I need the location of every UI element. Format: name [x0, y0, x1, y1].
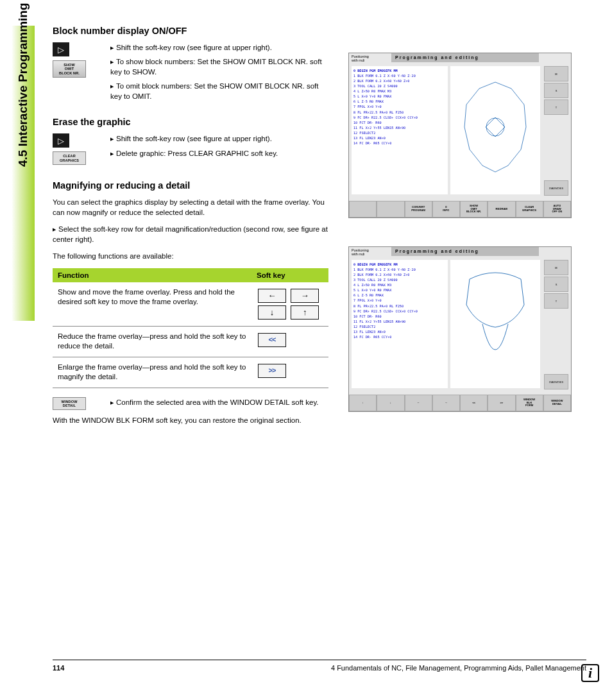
nc-program-listing: 0 BEGIN PGM EMOSEFK MM1 BLK FORM 0.1 Z X… [352, 66, 448, 194]
softkey-move-up[interactable]: ↑ [291, 305, 319, 320]
softkey-move-left[interactable]: ← [258, 289, 286, 303]
softkey-button[interactable]: ↓ [377, 395, 404, 411]
page-footer: 114 4 Fundamentals of NC, File Managemen… [53, 660, 586, 672]
toolpath-graphic [450, 66, 540, 194]
softkey-enlarge[interactable]: >> [258, 364, 286, 378]
section-side-label: 4.5 Interactive Programming Graphics [16, 0, 30, 167]
side-btn-diagnosis[interactable]: DIAGNOSIS [544, 180, 568, 196]
chapter-title: 4 Fundamentals of NC, File Management, P… [331, 664, 586, 672]
softkey-button[interactable]: CONVERT PROGRAM [405, 201, 432, 218]
screenshot-column: Positioning with mdi Programming and edi… [348, 53, 572, 440]
softkey-button[interactable] [377, 201, 404, 218]
shift-right-hardkey[interactable]: ▷ [53, 42, 69, 56]
softkey-button[interactable]: WINDOW DETAIL [543, 395, 571, 411]
screen-side-buttons: M S T DIAGNOSIS [544, 260, 570, 391]
toolpath-graphic-zoomed [450, 260, 540, 388]
table-cell: Reduce the frame overlay—press and hold … [53, 326, 251, 357]
softkey-button[interactable]: 0 INFO [432, 201, 460, 218]
softkey-button[interactable]: REDRAW [488, 201, 515, 218]
softkey-reduce[interactable]: << [258, 333, 286, 347]
heading-block-number: Block number display ON/OFF [53, 26, 328, 36]
table-header-softkey: Soft key [251, 268, 328, 282]
screen-title: Programming and editing [391, 247, 539, 256]
instruction-text: Shift the soft-key row (see figure at up… [110, 133, 328, 144]
function-table: Function Soft key Show and move the fram… [53, 268, 328, 388]
instruction-text: Select the soft-key row for detail magni… [53, 224, 328, 244]
softkey-button[interactable]: << [460, 395, 488, 411]
softkey-button[interactable]: SHOW OMIT BLOCK NR. [460, 201, 488, 218]
softkey-button[interactable]: → [432, 395, 460, 411]
heading-magnify-reduce: Magnifying or reducing a detail [53, 180, 328, 191]
paragraph: You can select the graphics display by s… [53, 197, 328, 218]
screen-side-buttons: M S T DIAGNOSIS [544, 66, 570, 197]
instruction-text: To omit block numbers: Set the SHOW OMIT… [110, 81, 328, 101]
main-content: Block number display ON/OFF ▷ SHOW OMIT … [53, 26, 328, 432]
page-number: 114 [53, 664, 64, 672]
side-btn-s[interactable]: S [544, 277, 568, 292]
side-btn-m[interactable]: M [544, 66, 568, 81]
table-cell: Show and move the frame overlay. Press a… [53, 282, 251, 327]
softkey-row: CONVERT PROGRAM0 INFOSHOW OMIT BLOCK NR.… [349, 201, 571, 218]
softkey-window-detail[interactable]: WINDOW DETAIL [53, 397, 86, 411]
cnc-screen-1: Positioning with mdi Programming and edi… [348, 53, 572, 218]
instruction-text: Confirm the selected area with the WINDO… [110, 397, 328, 407]
softkey-button[interactable]: >> [488, 395, 515, 411]
screen-title: Programming and editing [391, 53, 539, 62]
side-btn-diagnosis[interactable]: DIAGNOSIS [544, 374, 568, 389]
info-icon: i [581, 664, 599, 682]
side-btn-m[interactable]: M [544, 260, 568, 275]
softkey-button[interactable]: ← [405, 395, 432, 411]
instruction-text: To show block numbers: Set the SHOW OMIT… [110, 56, 328, 77]
softkey-show-omit-block-nr[interactable]: SHOW OMIT BLOCK NR. [53, 60, 86, 78]
softkey-button[interactable]: WINDOW BLK FORM [516, 395, 543, 411]
softkey-clear-graphics[interactable]: CLEAR GRAPHICS [53, 151, 86, 165]
svg-point-1 [486, 118, 504, 136]
nc-program-listing: 0 BEGIN PGM EMOSEFK MM1 BLK FORM 0.1 Z X… [352, 260, 448, 388]
softkey-button[interactable]: ↑ [349, 395, 377, 411]
softkey-move-right[interactable]: → [291, 289, 319, 303]
table-header-function: Function [53, 268, 251, 282]
softkey-row: ↑↓←→<<>>WINDOW BLK FORMWINDOW DETAIL [349, 395, 571, 411]
instruction-text: Delete graphic: Press CLEAR GRAPHIC soft… [110, 148, 328, 158]
side-btn-s[interactable]: S [544, 83, 568, 98]
softkey-move-down[interactable]: ↓ [258, 305, 286, 320]
table-cell: Enlarge the frame overlay—press and hold… [53, 357, 251, 388]
softkey-button[interactable]: CLEAR GRAPHICS [516, 201, 543, 218]
heading-erase-graphic: Erase the graphic [53, 117, 328, 127]
softkey-button[interactable]: AUTO DRAW OFF ON [543, 201, 571, 218]
svg-marker-0 [464, 82, 526, 172]
paragraph: The following functions are available: [53, 251, 328, 261]
screen-mode: Positioning with mdi [352, 55, 369, 62]
instruction-text: Shift the soft-key row (see figure at up… [110, 42, 328, 53]
cnc-screen-2: Positioning with mdi Programming and edi… [348, 246, 572, 412]
shift-right-hardkey[interactable]: ▷ [53, 133, 69, 148]
paragraph: With the WINDOW BLK FORM soft key, you c… [53, 415, 328, 425]
side-btn-t[interactable]: T [544, 99, 568, 115]
side-btn-t[interactable]: T [544, 293, 568, 309]
screen-mode: Positioning with mdi [352, 248, 369, 256]
softkey-button[interactable] [349, 201, 377, 218]
